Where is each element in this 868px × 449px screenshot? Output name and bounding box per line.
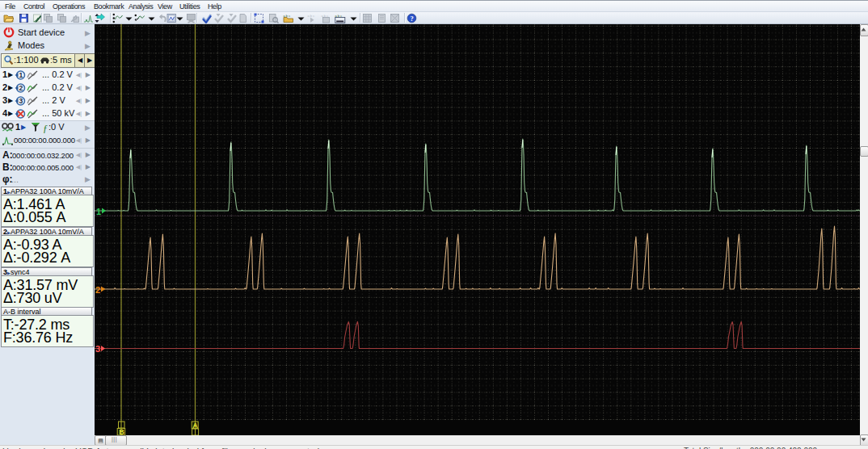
svg-text:A: A <box>192 422 198 430</box>
svg-text:3: 3 <box>95 344 100 354</box>
svg-text:a b c: a b c <box>322 14 329 18</box>
svg-text:a b c: a b c <box>284 14 291 18</box>
svg-text:2: 2 <box>95 285 100 295</box>
svg-text:1: 1 <box>96 207 101 216</box>
svg-text:1: 1 <box>19 71 23 79</box>
svg-text:2: 2 <box>19 84 23 92</box>
svg-text:3: 3 <box>19 97 23 105</box>
svg-text:B: B <box>119 428 124 435</box>
svg-text:a b c: a b c <box>335 14 343 18</box>
svg-text:?: ? <box>410 15 413 23</box>
svg-text:a b c: a b c <box>308 14 315 18</box>
